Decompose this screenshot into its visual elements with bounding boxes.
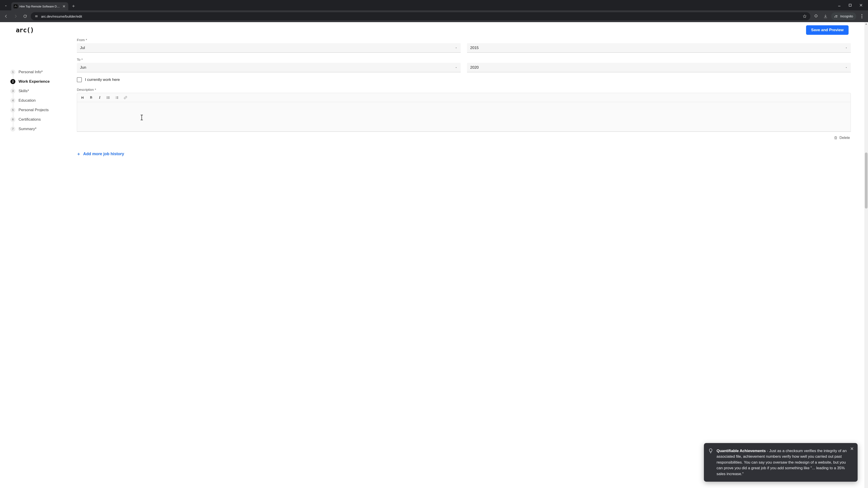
svg-point-3 bbox=[862, 18, 862, 18]
step-label: Summary* bbox=[19, 127, 36, 131]
currently-work-label: I currently work here bbox=[85, 77, 120, 82]
currently-work-checkbox[interactable] bbox=[77, 77, 82, 82]
step-number: 6 bbox=[10, 117, 16, 122]
add-job-history-button[interactable]: Add more job history bbox=[77, 152, 851, 156]
site-info-icon[interactable] bbox=[34, 14, 39, 19]
step-number: 3 bbox=[10, 89, 16, 94]
editor-toolbar: H B I 123 bbox=[77, 93, 850, 102]
chevron-down-icon bbox=[455, 66, 458, 69]
text-cursor-icon bbox=[142, 115, 142, 120]
lightbulb-icon bbox=[708, 448, 713, 453]
chevron-down-icon bbox=[455, 46, 458, 49]
editor-ordered-list-button[interactable]: 123 bbox=[114, 95, 120, 100]
browser-menu-button[interactable] bbox=[858, 12, 866, 20]
browser-window: Hire Top Remote Software Deve bbox=[0, 0, 868, 488]
tip-toast: Quantifiable Achievements - Just as a ch… bbox=[704, 443, 858, 482]
to-month-select[interactable]: Jun bbox=[77, 63, 461, 72]
step-label: Education bbox=[19, 98, 36, 103]
tab-search-dropdown[interactable] bbox=[2, 2, 10, 10]
delete-entry-button[interactable]: Delete bbox=[834, 136, 850, 140]
svg-point-2 bbox=[862, 16, 862, 17]
from-month-select[interactable]: Jul bbox=[77, 43, 461, 53]
description-editor: H B I 123 bbox=[77, 93, 851, 132]
svg-text:3: 3 bbox=[115, 98, 116, 99]
sidebar-item-personal-projects[interactable]: 5 Personal Projects bbox=[10, 107, 77, 112]
svg-point-6 bbox=[107, 98, 107, 99]
sidebar-item-certifications[interactable]: 6 Certifications bbox=[10, 117, 77, 122]
step-number: 4 bbox=[10, 98, 16, 103]
svg-point-1 bbox=[862, 14, 862, 15]
url-input[interactable] bbox=[41, 14, 800, 18]
tab-title: Hire Top Remote Software Deve bbox=[20, 5, 60, 8]
downloads-icon[interactable] bbox=[822, 12, 829, 20]
window-maximize-button[interactable] bbox=[847, 2, 854, 8]
from-label: From * bbox=[77, 38, 851, 42]
editor-bullet-list-button[interactable] bbox=[105, 95, 111, 100]
from-year-select[interactable]: 2015 bbox=[467, 43, 851, 53]
window-controls bbox=[836, 2, 866, 8]
svg-rect-0 bbox=[849, 4, 851, 6]
description-textarea[interactable] bbox=[77, 102, 850, 131]
step-number: 5 bbox=[10, 107, 16, 112]
description-label: Description * bbox=[77, 88, 851, 92]
app-header: arc() Save and Preview bbox=[0, 22, 864, 38]
step-label: Personal Projects bbox=[19, 108, 49, 112]
editor-heading-button[interactable]: H bbox=[80, 95, 85, 100]
work-experience-card: From * Jul 2015 bbox=[77, 38, 851, 143]
page-viewport: arc() Save and Preview 1 Personal Info* … bbox=[0, 22, 868, 488]
tab-close-button[interactable] bbox=[62, 4, 66, 8]
sidebar-item-personal-info[interactable]: 1 Personal Info* bbox=[10, 70, 77, 74]
tab-favicon bbox=[13, 4, 18, 8]
scrollbar-up-arrow-icon[interactable] bbox=[864, 22, 868, 26]
plus-icon bbox=[77, 152, 81, 156]
incognito-indicator[interactable]: Incognito bbox=[831, 12, 856, 20]
editor-italic-button[interactable]: I bbox=[97, 95, 102, 100]
to-year-select[interactable]: 2020 bbox=[467, 63, 851, 72]
save-preview-button[interactable]: Save and Preview bbox=[806, 25, 848, 35]
step-label: Personal Info* bbox=[19, 70, 43, 74]
tip-title: Quantifiable Achievements bbox=[717, 449, 766, 453]
add-more-label: Add more job history bbox=[83, 152, 124, 156]
trash-icon bbox=[834, 136, 838, 140]
editor-bold-button[interactable]: B bbox=[88, 95, 94, 100]
bookmark-star-icon[interactable] bbox=[802, 14, 807, 19]
to-label: To * bbox=[77, 58, 851, 61]
arc-logo: arc() bbox=[16, 26, 34, 34]
scrollbar-thumb[interactable] bbox=[865, 153, 868, 208]
step-number: 7 bbox=[10, 127, 16, 131]
from-month-value: Jul bbox=[80, 46, 85, 50]
new-tab-button[interactable] bbox=[70, 3, 77, 9]
delete-label: Delete bbox=[839, 136, 850, 140]
chevron-down-icon bbox=[845, 46, 848, 49]
extensions-icon[interactable] bbox=[812, 12, 820, 20]
to-month-value: Jun bbox=[80, 65, 86, 70]
nav-reload-button[interactable] bbox=[21, 12, 29, 20]
step-label: Skills* bbox=[19, 89, 29, 93]
address-bar[interactable] bbox=[31, 12, 810, 20]
browser-tab[interactable]: Hire Top Remote Software Deve bbox=[11, 2, 68, 10]
step-label: Certifications bbox=[19, 117, 41, 122]
browser-toolbar: Incognito bbox=[0, 10, 868, 22]
nav-back-button[interactable] bbox=[2, 12, 10, 20]
window-close-button[interactable] bbox=[858, 2, 864, 8]
svg-point-4 bbox=[107, 96, 107, 97]
steps-sidebar: 1 Personal Info* 2 Work Experience 3 Ski… bbox=[0, 38, 77, 488]
sidebar-item-skills[interactable]: 3 Skills* bbox=[10, 89, 77, 94]
incognito-label: Incognito bbox=[840, 14, 853, 18]
browser-titlebar: Hire Top Remote Software Deve bbox=[0, 0, 868, 10]
step-label: Work Experience bbox=[19, 79, 50, 84]
sidebar-item-summary[interactable]: 7 Summary* bbox=[10, 127, 77, 131]
sidebar-item-work-experience[interactable]: 2 Work Experience bbox=[10, 79, 77, 84]
sidebar-item-education[interactable]: 4 Education bbox=[10, 98, 77, 103]
form-main: From * Jul 2015 bbox=[77, 38, 864, 488]
window-minimize-button[interactable] bbox=[836, 2, 843, 8]
svg-point-5 bbox=[107, 97, 107, 98]
step-number: 2 bbox=[10, 79, 16, 84]
nav-forward-button[interactable] bbox=[12, 12, 20, 20]
chevron-down-icon bbox=[845, 66, 848, 69]
page-scrollbar[interactable] bbox=[864, 22, 868, 488]
tip-close-button[interactable] bbox=[849, 446, 855, 451]
step-number: 1 bbox=[10, 70, 16, 74]
editor-link-button[interactable] bbox=[123, 95, 128, 100]
to-year-value: 2020 bbox=[470, 65, 479, 70]
